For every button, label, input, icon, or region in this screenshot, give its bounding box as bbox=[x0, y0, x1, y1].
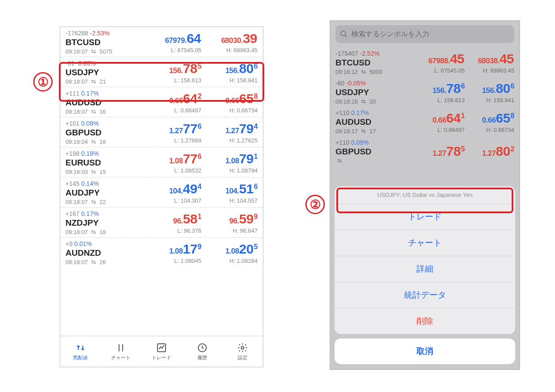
buy-price[interactable]: 104. 51 6 bbox=[201, 181, 258, 196]
tab-quotes[interactable]: 気配値 bbox=[60, 336, 101, 367]
symbol-row[interactable]: +111 0.17% AUDUSD 09:18:07 ⇆ 16 0.66 64 … bbox=[60, 87, 263, 117]
update-time: 09:18:07 bbox=[66, 229, 88, 235]
change-pct: 0.14% bbox=[81, 180, 99, 187]
sell-price[interactable]: 104. 49 4 bbox=[145, 181, 201, 196]
update-time: 09:18:07 bbox=[66, 259, 88, 265]
spread-value: 5000 bbox=[370, 69, 382, 75]
spread-value: 26 bbox=[100, 259, 106, 265]
symbol-name: AUDJPY bbox=[66, 188, 145, 198]
sheet-delete[interactable]: 削除 bbox=[335, 308, 515, 334]
high-value: H: 69983.45 bbox=[201, 47, 258, 54]
sell-price[interactable]: 67988. 45 bbox=[415, 51, 465, 66]
sheet-cancel[interactable]: 取消 bbox=[335, 338, 515, 364]
change-value: -175407 bbox=[335, 50, 358, 57]
symbol-name: AUDUSD bbox=[66, 98, 145, 108]
low-value: L: 156.613 bbox=[415, 97, 465, 104]
change-pct: 0.17% bbox=[81, 90, 99, 97]
change-value: +110 bbox=[335, 139, 350, 146]
sell-price[interactable]: 156. 78 5 bbox=[145, 61, 201, 76]
sheet-title: USDJPY: US Dollar vs Japanese Yen bbox=[335, 186, 515, 204]
buy-price[interactable]: 96. 59 9 bbox=[201, 211, 258, 227]
symbol-row[interactable]: +9 0.01% AUDNZD 09:18:07 ⇆ 26 1.08 17 9 … bbox=[60, 238, 263, 267]
svg-point-2 bbox=[241, 346, 244, 349]
search-input[interactable]: 検索するシンボルを入力 bbox=[335, 25, 514, 43]
high-value: H: 1.27825 bbox=[201, 137, 258, 144]
change-pct: -0.05% bbox=[346, 80, 366, 87]
symbol-row[interactable]: +101 0.08% GBPUSD 09:18:04 ⇆ 18 1.27 77 … bbox=[60, 117, 263, 147]
low-value: L: 0.66497 bbox=[145, 107, 201, 114]
sell-price[interactable]: 0.66 64 2 bbox=[145, 91, 201, 106]
buy-price[interactable]: 0.66 65 8 bbox=[465, 111, 514, 126]
low-value: L: 96.376 bbox=[145, 227, 201, 234]
buy-price[interactable]: 68030. 39 bbox=[201, 31, 258, 46]
buy-price[interactable]: 1.27 80 2 bbox=[465, 144, 514, 159]
symbol-name: GBPUSD bbox=[335, 147, 415, 157]
spread-value: 5075 bbox=[100, 48, 112, 55]
change-value: -176288 bbox=[66, 30, 88, 37]
symbol-row[interactable]: +198 0.18% EURUSD 09:18:03 ⇆ 15 1.08 77 … bbox=[60, 147, 263, 177]
spread-icon: ⇆ bbox=[337, 158, 342, 164]
update-time: 09:18:07 bbox=[66, 108, 88, 115]
sheet-chart[interactable]: チャート bbox=[335, 230, 515, 256]
sheet-trade[interactable]: トレード bbox=[335, 204, 515, 230]
high-value: H: 156.941 bbox=[201, 77, 258, 84]
change-pct: 0.08% bbox=[81, 120, 99, 127]
spread-value: 20 bbox=[370, 98, 376, 105]
change-pct: 0.17% bbox=[81, 210, 99, 217]
spread-icon: ⇆ bbox=[91, 199, 96, 205]
change-value: +9 bbox=[66, 240, 73, 247]
symbol-row[interactable]: -80 -0.05% USDJPY 09:18:16 ⇆ 20 156. 78 … bbox=[330, 77, 520, 107]
update-time: 09:18:17 bbox=[335, 128, 358, 135]
symbol-row[interactable]: +145 0.14% AUDJPY 09:18:07 ⇆ 22 104. 49 … bbox=[60, 177, 263, 208]
symbol-name: BTCUSD bbox=[66, 38, 145, 47]
tab-trade[interactable]: トレード bbox=[141, 336, 182, 367]
change-value: -80 bbox=[335, 80, 344, 87]
sell-price[interactable]: 156. 78 6 bbox=[415, 81, 465, 96]
buy-price[interactable]: 156. 80 6 bbox=[201, 61, 258, 76]
sell-price[interactable]: 67979. 64 bbox=[145, 31, 201, 46]
low-value: L: 156.613 bbox=[145, 77, 201, 84]
symbol-row[interactable]: -81 -0.05% USDJPY 09:18:07 ⇆ 21 156. 78 … bbox=[60, 57, 263, 87]
buy-price[interactable]: 1.27 79 4 bbox=[201, 121, 258, 136]
spread-icon: ⇆ bbox=[91, 259, 96, 265]
spread-value: 21 bbox=[100, 78, 106, 85]
symbol-row[interactable]: +110 0.17% AUDUSD 09:18:17 ⇆ 17 0.66 64 … bbox=[330, 107, 520, 136]
high-value: H: 69983.45 bbox=[465, 67, 514, 74]
sell-price[interactable]: 0.66 64 1 bbox=[415, 111, 465, 126]
sheet-detail[interactable]: 詳細 bbox=[335, 256, 515, 282]
symbol-name: AUDNZD bbox=[66, 248, 145, 258]
low-value: L: 0.66497 bbox=[415, 127, 465, 133]
sheet-stats[interactable]: 統計データ bbox=[335, 282, 515, 308]
sell-price[interactable]: 1.08 77 6 bbox=[145, 151, 201, 166]
symbol-row[interactable]: -175407 -2.52% BTCUSD 09:18:12 ⇆ 5000 67… bbox=[330, 47, 520, 77]
change-pct: -0.05% bbox=[76, 60, 96, 67]
spread-value: 18 bbox=[100, 138, 106, 145]
buy-price[interactable]: 1.08 20 5 bbox=[201, 242, 258, 257]
buy-price[interactable]: 0.66 65 8 bbox=[201, 91, 258, 106]
spread-icon: ⇆ bbox=[91, 169, 96, 175]
change-pct: 0.01% bbox=[74, 240, 92, 247]
symbol-row[interactable]: +167 0.17% NZDJPY 09:18:07 ⇆ 18 96. 58 1… bbox=[60, 208, 263, 238]
high-value: H: 96.647 bbox=[201, 227, 258, 234]
low-value: L: 104.307 bbox=[145, 197, 201, 204]
buy-price[interactable]: 68038. 45 bbox=[465, 51, 514, 66]
change-pct: -2.53% bbox=[90, 30, 109, 37]
sell-price[interactable]: 1.08 17 9 bbox=[145, 242, 201, 257]
sell-price[interactable]: 1.27 77 6 bbox=[145, 121, 201, 136]
symbol-row[interactable]: -176288 -2.53% BTCUSD 09:18:07 ⇆ 5075 67… bbox=[60, 27, 263, 57]
symbol-action-screen: 検索するシンボルを入力 -175407 -2.52% BTCUSD 09:18:… bbox=[330, 20, 520, 370]
spread-icon: ⇆ bbox=[361, 69, 366, 75]
change-pct: 0.09% bbox=[351, 139, 369, 146]
sell-price[interactable]: 96. 58 1 bbox=[145, 211, 201, 227]
buy-price[interactable]: 1.08 79 1 bbox=[201, 151, 258, 166]
spread-value: 17 bbox=[370, 128, 376, 135]
sell-price[interactable]: 1.27 78 5 bbox=[415, 144, 465, 159]
buy-price[interactable]: 156. 80 6 bbox=[465, 81, 514, 96]
symbol-row[interactable]: +110 0.09% GBPUSD ⇆ 1.27 78 5 1.27 80 2 bbox=[330, 136, 520, 166]
update-time: 09:18:07 bbox=[66, 48, 88, 55]
symbol-name: GBPUSD bbox=[66, 128, 145, 138]
tab-settings[interactable]: 設定 bbox=[222, 336, 263, 367]
tab-chart[interactable]: チャート bbox=[101, 336, 142, 367]
tab-history[interactable]: 履歴 bbox=[182, 336, 223, 367]
annotation-1: ① bbox=[33, 72, 53, 92]
